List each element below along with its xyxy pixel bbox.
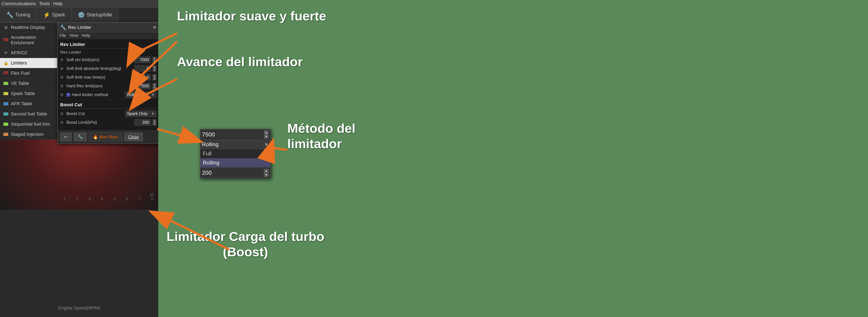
annotation-title-2: Avance del limitador <box>177 54 303 69</box>
spinner-up-soft-rev[interactable]: ▲ <box>153 57 156 60</box>
footer-tool-button[interactable]: 🔧 <box>74 133 87 141</box>
dialog-menu-file[interactable]: File <box>59 33 66 38</box>
startup-icon: ⚙️ <box>78 11 85 18</box>
dropdown-bottom-spinners[interactable]: ▲ ▼ <box>264 169 269 177</box>
param-value-hard-rev[interactable]: 7500 <box>134 83 151 89</box>
param-spinner-hard-rev[interactable]: ▲ ▼ <box>153 83 156 89</box>
sidebar-item-limiters[interactable]: 🔒 Limiters <box>0 58 58 68</box>
monitor-icon: 🖥 <box>3 25 9 30</box>
sidebar: 🖥 Realtime Display Acceleration Enrichme… <box>0 23 58 140</box>
gauge-num-1: 1 <box>63 197 66 201</box>
gauge-num-5: 5 <box>113 197 116 201</box>
param-label-soft-timing: Soft limit absolute timing(deg) <box>66 66 133 71</box>
sidebar-item-limiters-label: Limiters <box>11 60 27 66</box>
dropdown-select-row[interactable]: Rolling ▼ <box>200 140 270 149</box>
param-label-boost-limit: Boost Limit(kPa) <box>66 120 133 125</box>
param-value-soft-rev[interactable]: 7000 <box>134 57 151 63</box>
sidebar-item-staged[interactable]: Staged Injection <box>0 129 58 140</box>
footer-close-button[interactable]: Close <box>124 133 143 141</box>
param-label-hard-rev: Hard Rev limit(rpm) <box>66 83 133 89</box>
dropdown-option-rolling[interactable]: Rolling <box>200 158 270 168</box>
spinner-down-soft-timing[interactable]: ▼ <box>153 69 156 72</box>
param-label-soft-rev: Soft rev limit(rpm) <box>66 58 133 62</box>
param-spinner-soft-rev[interactable]: ▲ ▼ <box>153 57 156 63</box>
sidebar-item-seqfuel-label: Sequential fuel trim <box>11 121 50 127</box>
sidebar-item-seqfuel[interactable]: Sequential fuel trim <box>0 119 58 129</box>
dropdown-bottom-spin-up[interactable]: ▲ <box>264 169 269 173</box>
sidebar-item-vetable-label: VE Table <box>11 81 29 86</box>
footer-burn-button[interactable]: 🔥 BurnBurn <box>89 133 122 141</box>
engine-speed-label: Engine Speed(RPM) <box>58 305 100 311</box>
spark-icon: ⚡ <box>43 11 51 18</box>
param-boost-limit: ⚙ Boost Limit(kPa) 200 ▲ ▼ <box>60 118 156 127</box>
param-select-boost-cut[interactable]: Spark Only ▼ <box>125 110 156 117</box>
gauge-last-num: 40 <box>150 192 154 197</box>
spinner-up-soft-timing[interactable]: ▲ <box>153 66 156 68</box>
dropdown-top-spinners[interactable]: ▲ ▼ <box>264 131 269 139</box>
param-value-boost-limit[interactable]: 200 <box>134 119 151 126</box>
footer-back-button[interactable]: ↩ <box>60 133 72 141</box>
dropdown-option-full[interactable]: Full <box>200 149 270 158</box>
dropdown-spin-up[interactable]: ▲ <box>264 131 269 134</box>
sidebar-item-sparktable[interactable]: Spark Table <box>0 89 58 99</box>
spinner-up-soft-time[interactable]: ▲ <box>153 74 156 77</box>
spinner-up-hard-rev[interactable]: ▲ <box>153 83 156 86</box>
param-icon-soft-rev: ⚙ <box>60 58 65 62</box>
gauge-num-8: 8 <box>151 197 153 201</box>
sidebar-item-vetable[interactable]: VE Table <box>0 78 58 89</box>
dialog-menu-help[interactable]: Help <box>82 33 90 38</box>
tab-spark[interactable]: ⚡ Spark <box>37 7 72 22</box>
section-header-boostcut: Boost Cut <box>60 101 156 109</box>
dropdown-selected-label: Rolling <box>202 141 219 148</box>
tab-spark-label: Spark <box>52 12 65 18</box>
bars-icon <box>3 37 9 43</box>
param-icon-boost-limit: ⚙ <box>60 120 65 125</box>
sidebar-item-afrtable[interactable]: AFR Table <box>0 99 58 109</box>
menu-tools[interactable]: Tools <box>39 1 50 6</box>
dialog-content: Rev Limiter Rev Limiter ⚙ Soft rev limit… <box>58 39 158 129</box>
sidebar-item-afro2[interactable]: ⟳ AFR/O2 <box>0 48 58 58</box>
sidebar-item-realtime[interactable]: 🖥 Realtime Display <box>0 23 58 33</box>
param-spinner-soft-timing[interactable]: ▲ ▼ <box>153 66 156 72</box>
afrtable-icon <box>3 101 9 107</box>
annotation-title-3: Método del limitador <box>287 121 355 152</box>
section-header-revlimiter: Rev Limiter <box>60 41 156 48</box>
param-hard-rev: ⚙ Hard Rev limit(rpm) 7500 ▲ ▼ <box>60 82 156 91</box>
spinner-down-soft-rev[interactable]: ▼ <box>153 60 156 63</box>
dialog-footer: ↩ 🔧 🔥 BurnBurn Close <box>58 130 158 143</box>
sidebar-item-flexfuel-label: Flex Fuel <box>11 71 30 76</box>
menu-help[interactable]: Help <box>53 1 62 6</box>
ecu-panel: Communications Tools Help 🔧 Tuning ⚡ Spa… <box>0 0 158 317</box>
dialog-menubar: File View Help <box>58 32 158 39</box>
gauge-num-4: 4 <box>101 197 103 201</box>
param-value-soft-timing[interactable]: 0 <box>134 65 151 72</box>
dropdown-bottom-spin-down[interactable]: ▼ <box>264 173 269 177</box>
spinner-down-hard-rev[interactable]: ▼ <box>153 86 156 89</box>
sidebar-item-secondfuel[interactable]: Second fuel Table <box>0 109 58 119</box>
spinner-down-soft-time[interactable]: ▼ <box>153 77 156 80</box>
param-spinner-soft-time[interactable]: ▲ ▼ <box>153 74 156 80</box>
dialog-title: 🔧 Rev Limiter <box>60 25 91 30</box>
sidebar-item-flexfuel[interactable]: Flex Fuel <box>0 68 58 78</box>
afr-icon: ⟳ <box>3 50 9 56</box>
param-value-soft-time[interactable]: 2.0 <box>134 74 151 80</box>
dropdown-spin-down[interactable]: ▼ <box>264 135 269 139</box>
sidebar-item-accel-label: Acceleration Enrichment <box>11 35 55 45</box>
param-spinner-boost-limit[interactable]: ▲ ▼ <box>153 119 156 126</box>
boost-cut-value: Spark Only <box>127 111 148 116</box>
dialog-close-button[interactable]: ✕ <box>153 25 156 30</box>
param-question-hard-method[interactable]: ? <box>66 93 70 97</box>
sidebar-item-accel[interactable]: Acceleration Enrichment <box>0 33 58 48</box>
param-label-hard-method: Hard limiter method <box>72 92 123 97</box>
spinner-down-boost-limit[interactable]: ▼ <box>153 122 156 126</box>
menu-communications[interactable]: Communications <box>2 1 36 6</box>
dropdown-top-value: 7500 <box>202 131 215 138</box>
param-icon-boost-cut: ⚙ <box>60 111 65 116</box>
param-soft-rev: ⚙ Soft rev limit(rpm) 7000 ▲ ▼ <box>60 56 156 64</box>
param-select-hard-method[interactable]: Rolling ▼ <box>125 92 156 98</box>
tab-tuning[interactable]: 🔧 Tuning <box>0 7 37 22</box>
param-icon-hard-rev: ⚙ <box>60 84 65 89</box>
tab-startup-idle[interactable]: ⚙️ Startup/Idle <box>71 7 119 22</box>
spinner-up-boost-limit[interactable]: ▲ <box>153 119 156 122</box>
dialog-menu-view[interactable]: View <box>69 33 78 38</box>
